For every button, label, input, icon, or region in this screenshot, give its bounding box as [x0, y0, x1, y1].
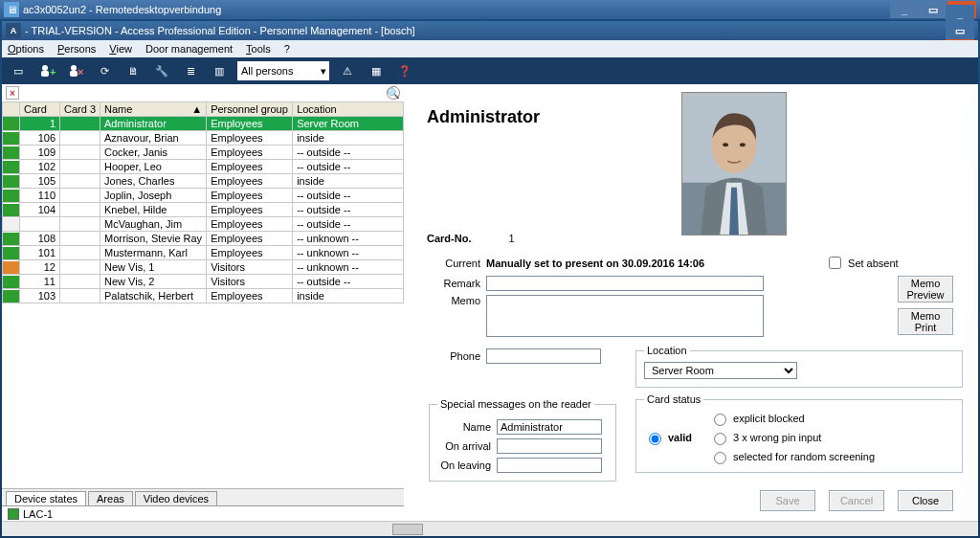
database-icon[interactable]: ≣ [180, 60, 201, 81]
on-leaving-input[interactable] [497, 458, 602, 473]
col-state[interactable] [3, 102, 20, 117]
tab-areas[interactable]: Areas [88, 491, 133, 505]
status-random-radio[interactable] [714, 452, 726, 464]
cell-card: 1 [20, 117, 60, 131]
persons-table: Card Card 3 Name ▲ Personnel group Locat… [2, 101, 404, 303]
memo-textarea[interactable] [486, 295, 764, 337]
col-card3[interactable]: Card 3 [60, 102, 100, 117]
app-maximize-button[interactable]: ▭ [946, 22, 974, 39]
on-arrival-label: On arrival [437, 440, 491, 452]
cell-location: -- unknown -- [293, 246, 404, 260]
location-select[interactable]: Server Room [644, 362, 797, 379]
memo-print-button[interactable]: Memo Print [898, 308, 953, 335]
help-icon[interactable]: ❓ [394, 60, 415, 81]
cancel-button[interactable]: Cancel [829, 490, 884, 511]
cell-card: 101 [20, 246, 60, 260]
table-row[interactable]: 1AdministratorEmployeesServer Room [3, 117, 404, 131]
col-group[interactable]: Personnel group [207, 102, 293, 117]
state-icon [3, 175, 19, 188]
cell-group: Employees [207, 289, 293, 303]
status-blocked-radio[interactable] [714, 414, 726, 426]
cell-name: Administrator [100, 117, 207, 131]
table-row[interactable]: 106Aznavour, BrianEmployeesinside [3, 131, 404, 146]
cell-name: Mustermann, Karl [100, 246, 207, 260]
svg-rect-4 [70, 71, 78, 77]
table-row[interactable]: 12New Vis, 1Visitors-- unknown -- [3, 260, 404, 275]
table-row[interactable]: 108Morrison, Stevie RayEmployees-- unkno… [3, 232, 404, 246]
on-arrival-input[interactable] [497, 438, 602, 454]
table-row[interactable]: 102Hooper, LeoEmployees-- outside -- [3, 160, 404, 174]
svg-point-9 [723, 143, 728, 146]
grid-icon[interactable]: ▦ [366, 60, 387, 81]
menu-options[interactable]: OOptionsptions [8, 43, 44, 55]
bottom-tabs: Device states Areas Video devices LAC-1 [2, 488, 404, 521]
table-row[interactable]: McVaughan, JimEmployees-- outside -- [3, 217, 404, 232]
phone-label: Phone [427, 350, 480, 362]
table-row[interactable]: 110Joplin, JosephEmployees-- outside -- [3, 189, 404, 203]
table-row[interactable]: 11New Vis, 2Visitors-- outside -- [3, 275, 404, 289]
document-icon[interactable]: 🗎 [122, 60, 144, 81]
phone-input[interactable] [486, 348, 601, 364]
rdp-maximize-button[interactable]: ▭ [919, 1, 947, 18]
horizontal-scrollbar[interactable] [2, 521, 978, 536]
add-person-icon[interactable]: + [36, 60, 57, 81]
wrench-icon[interactable]: 🔧 [151, 60, 172, 81]
warning-icon[interactable]: ⚠ [337, 60, 358, 81]
table-row[interactable]: 103Palatschik, HerbertEmployeesinside [3, 289, 404, 303]
menu-help[interactable]: ? [284, 43, 290, 55]
cell-location: -- unknown -- [293, 260, 404, 275]
persons-filter-combo[interactable]: All persons [237, 61, 329, 80]
cell-name: Morrison, Stevie Ray [100, 232, 207, 246]
table-header-row: Card Card 3 Name ▲ Personnel group Locat… [3, 102, 404, 117]
app-logo-icon: A [6, 23, 21, 38]
tab-device-states[interactable]: Device states [6, 491, 86, 505]
reader-name-label: Name [437, 421, 491, 433]
cell-card: 109 [20, 146, 60, 160]
device-status-icon [8, 508, 19, 520]
rdp-titlebar: 🖥 ac3x0052un2 - Remotedesktopverbindung … [0, 0, 980, 19]
set-absent-checkbox[interactable] [829, 257, 841, 269]
menu-persons[interactable]: Persons [57, 43, 96, 55]
reader-name-input[interactable] [497, 419, 602, 435]
refresh-icon[interactable]: ⟳ [94, 60, 115, 81]
cell-card3 [60, 174, 100, 189]
memo-preview-button[interactable]: Memo Preview [898, 276, 953, 303]
cell-card3 [60, 189, 100, 203]
svg-text:+: + [50, 66, 56, 78]
cell-card3 [60, 117, 100, 131]
rdp-title-text: ac3x0052un2 - Remotedesktopverbindung [23, 4, 221, 15]
remove-person-icon[interactable]: × [65, 60, 86, 81]
table-row[interactable]: 104Knebel, HildeEmployees-- outside -- [3, 203, 404, 217]
state-icon [3, 118, 19, 130]
table-row[interactable]: 109Cocker, JanisEmployees-- outside -- [3, 146, 404, 160]
col-card[interactable]: Card [20, 102, 60, 117]
persons-list-pane: × 🔍 Card Card 3 Name ▲ Personnel group L… [2, 84, 404, 521]
rdp-minimize-button[interactable]: _ [890, 1, 919, 18]
status-valid-radio[interactable] [649, 433, 661, 445]
cell-card3 [60, 289, 100, 303]
col-name[interactable]: Name ▲ [100, 102, 207, 117]
cell-card3 [60, 217, 100, 232]
menu-tools[interactable]: Tools [246, 43, 271, 55]
passage-icon[interactable]: ▥ [209, 60, 230, 81]
card-icon[interactable]: ▭ [8, 60, 29, 81]
menu-door[interactable]: Door management [145, 43, 233, 55]
cell-location: inside [293, 131, 404, 146]
app-minimize-button[interactable]: _ [946, 5, 974, 22]
table-row[interactable]: 101Mustermann, KarlEmployees-- unknown -… [3, 246, 404, 260]
table-row[interactable]: 105Jones, CharlesEmployeesinside [3, 174, 404, 189]
menu-view[interactable]: View [109, 43, 132, 55]
close-button[interactable]: Close [898, 490, 953, 511]
status-wrongpin-label: 3 x wrong pin input [733, 432, 821, 443]
search-icon[interactable]: 🔍 [387, 86, 400, 100]
save-button[interactable]: Save [760, 490, 815, 511]
state-icon [3, 218, 19, 231]
clear-selection-button[interactable]: × [6, 86, 19, 100]
cell-card: 102 [20, 160, 60, 174]
col-location[interactable]: Location [293, 102, 404, 117]
remark-input[interactable] [486, 276, 764, 291]
cell-card: 108 [20, 232, 60, 246]
state-icon [3, 247, 19, 259]
tab-video-devices[interactable]: Video devices [135, 491, 217, 505]
status-wrongpin-radio[interactable] [714, 433, 726, 445]
